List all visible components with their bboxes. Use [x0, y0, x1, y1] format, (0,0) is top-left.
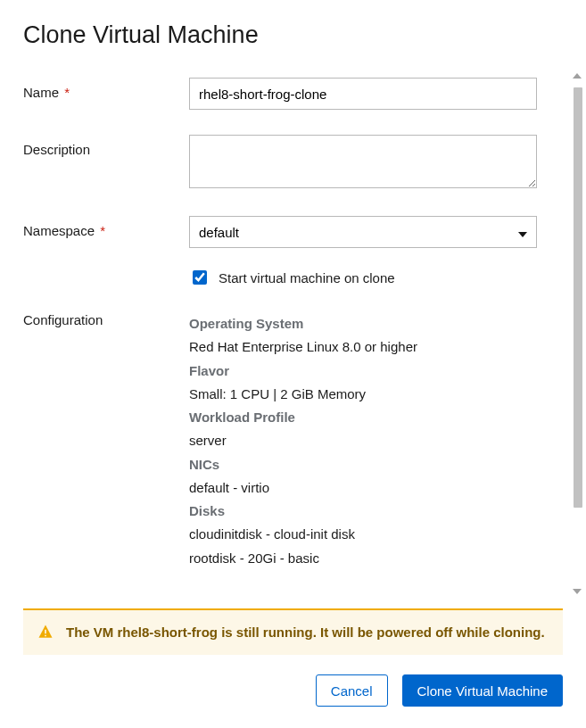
svg-rect-1 [45, 635, 46, 637]
row-name: Name * [23, 78, 563, 110]
svg-rect-0 [45, 630, 46, 634]
required-marker: * [61, 85, 70, 100]
label-namespace: Namespace * [23, 216, 189, 238]
label-description: Description [23, 135, 189, 157]
cfg-disk1: cloudinitdisk - cloud-init disk [189, 523, 537, 546]
scroll-thumb[interactable] [574, 87, 582, 508]
cfg-os-val: Red Hat Enterprise Linux 8.0 or higher [189, 335, 537, 359]
scroll-track[interactable] [574, 87, 582, 582]
scroll-down-icon[interactable] [573, 589, 582, 594]
cfg-disk2: rootdisk - 20Gi - basic [189, 547, 537, 570]
namespace-selected-value: default [199, 225, 239, 240]
label-name: Name * [23, 78, 189, 100]
row-namespace: Namespace * default [23, 216, 563, 248]
cancel-button[interactable]: Cancel [316, 674, 388, 707]
modal-footer: Cancel Clone Virtual Machine [0, 655, 586, 728]
cfg-nics-head: NICs [189, 453, 537, 476]
caret-down-icon [518, 225, 527, 240]
label-configuration: Configuration [23, 312, 189, 327]
name-input[interactable] [189, 78, 537, 110]
clone-vm-modal: Clone Virtual Machine Name * Description [0, 0, 586, 728]
cfg-nics-val: default - virtio [189, 476, 537, 500]
cfg-flavor-head: Flavor [189, 360, 537, 383]
row-configuration: Configuration Operating System Red Hat E… [23, 312, 563, 570]
cfg-workload-val: server [189, 429, 537, 452]
description-textarea[interactable] [189, 135, 537, 188]
cfg-disks-head: Disks [189, 500, 537, 523]
required-marker: * [96, 223, 105, 238]
warning-text: The VM rhel8-short-frog is still running… [66, 625, 545, 640]
namespace-select[interactable]: default [189, 216, 537, 248]
scrollbar[interactable] [570, 71, 584, 598]
clone-vm-button[interactable]: Clone Virtual Machine [402, 674, 563, 707]
start-on-clone-label: Start virtual machine on clone [219, 270, 395, 285]
modal-title: Clone Virtual Machine [23, 21, 563, 49]
cfg-workload-head: Workload Profile [189, 406, 537, 429]
row-description: Description [23, 135, 563, 191]
start-on-clone-checkbox[interactable] [193, 270, 207, 285]
cfg-os-head: Operating System [189, 312, 537, 335]
row-start-checkbox: Start virtual machine on clone [23, 266, 563, 287]
warning-icon [37, 624, 54, 645]
warning-alert: The VM rhel8-short-frog is still running… [23, 608, 563, 655]
modal-body-scroll: Clone Virtual Machine Name * Description [0, 0, 586, 598]
cfg-flavor-val: Small: 1 CPU | 2 GiB Memory [189, 383, 537, 406]
scroll-up-icon[interactable] [573, 73, 582, 79]
configuration-block: Operating System Red Hat Enterprise Linu… [189, 312, 537, 570]
